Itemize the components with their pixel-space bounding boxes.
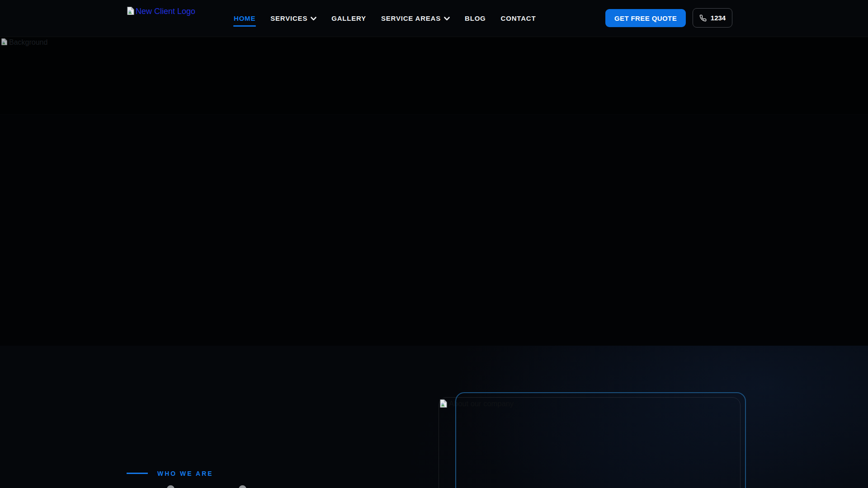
nav-item-services[interactable]: SERVICES	[270, 14, 316, 22]
broken-image-icon	[127, 6, 135, 17]
nav-label: GALLERY	[331, 14, 366, 22]
nav-label: SERVICES	[270, 14, 307, 22]
phone-number: 1234	[711, 14, 726, 22]
hero-section: Background	[0, 37, 868, 346]
nav-item-blog[interactable]: BLOG	[465, 14, 486, 22]
phone-button[interactable]: 1234	[693, 8, 732, 28]
about-image-card: About our company	[439, 397, 741, 488]
section-eyebrow: WHO WE ARE	[157, 470, 213, 477]
nav-label: CONTACT	[501, 14, 536, 22]
phone-icon	[699, 14, 707, 22]
header: New Client Logo HOME SERVICES GALLERY SE…	[0, 0, 868, 37]
chevron-down-icon	[444, 17, 450, 21]
chevron-down-icon	[311, 17, 316, 21]
nav-label: HOME	[234, 14, 255, 22]
hero-background-image-area: Background	[0, 37, 868, 115]
nav-item-gallery[interactable]: GALLERY	[331, 14, 366, 22]
broken-image-icon	[1, 38, 8, 47]
nav-item-contact[interactable]: CONTACT	[501, 14, 536, 22]
logo-link[interactable]: New Client Logo	[127, 6, 195, 17]
get-free-quote-button[interactable]: GET FREE QUOTE	[605, 9, 686, 27]
cta-label: GET FREE QUOTE	[614, 14, 677, 22]
nav-item-service-areas[interactable]: SERVICE AREAS	[381, 14, 450, 22]
about-broken-image: About our company	[439, 399, 514, 410]
nav-label: BLOG	[465, 14, 486, 22]
broken-image-icon	[439, 399, 448, 410]
nav-item-home[interactable]: HOME	[234, 14, 255, 22]
page: New Client Logo HOME SERVICES GALLERY SE…	[0, 0, 868, 488]
eyebrow-dash	[127, 473, 148, 474]
logo-alt-text: New Client Logo	[136, 6, 195, 16]
main-nav: HOME SERVICES GALLERY SERVICE AREAS BLOG…	[234, 0, 536, 37]
hero-background-alt-text: Background	[9, 38, 47, 47]
hero-background-broken-image: Background	[1, 38, 47, 47]
nav-label: SERVICE AREAS	[381, 14, 441, 22]
about-image-alt-text: About our company	[449, 399, 514, 408]
